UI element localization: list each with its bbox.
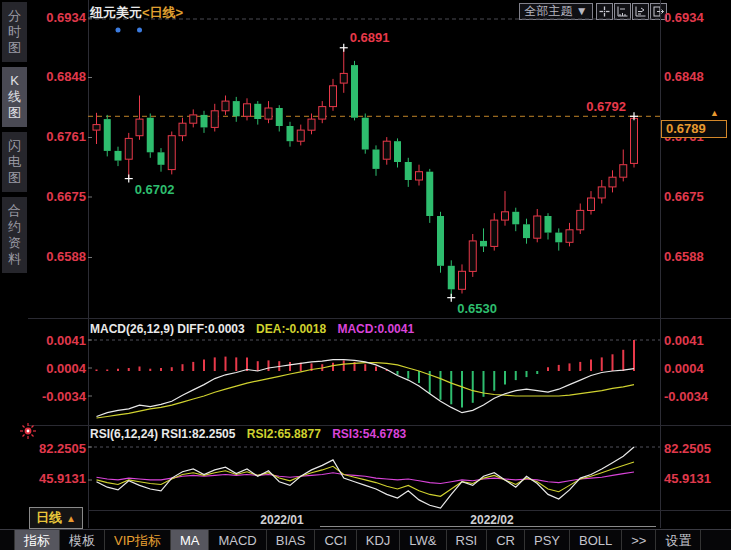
macd-axis-label-left: -0.0034 (28, 390, 86, 404)
panel-divider (28, 318, 731, 319)
sidebar-tab-合约资料[interactable]: 合约资料 (2, 197, 27, 273)
macd-axis-label-right: -0.0034 (664, 390, 726, 404)
date-label: 2022/02 (460, 513, 524, 527)
svg-text:0.6702: 0.6702 (135, 182, 175, 197)
price-axis-label-left: 0.6934 (28, 11, 86, 25)
toolbar-item-BOLL[interactable]: BOLL (570, 530, 622, 550)
svg-text:0.6792: 0.6792 (586, 99, 626, 114)
rsi-header: RSI(6,12,24) RSI1:82.2505 RSI2:65.8877 R… (90, 427, 406, 441)
rsi2-value: RSI2:65.8877 (247, 427, 321, 441)
toolbar-item-模板[interactable]: 模板 (60, 530, 105, 550)
price-axis-label-right: 0.6934 (664, 11, 726, 25)
macd-dea-value: DEA:-0.0018 (256, 322, 326, 336)
toolbar-item->>[interactable]: >> (622, 530, 656, 550)
price-axis-label-left: 0.6761 (28, 130, 86, 144)
macd-axis-label-right: 0.0004 (664, 362, 726, 376)
toolbar-item-PSY[interactable]: PSY (525, 530, 570, 550)
toolbar-item-VIP指标[interactable]: VIP指标 (105, 530, 171, 550)
rsi-axis-label-right: 82.2505 (664, 442, 726, 456)
toolbar-item-MA[interactable]: MA (171, 530, 210, 550)
toolbar-corner (0, 530, 15, 550)
rsi-chart[interactable] (88, 432, 660, 512)
toolbar-item-CCI[interactable]: CCI (315, 530, 356, 550)
sidebar-tab-K线图[interactable]: K线图 (2, 67, 27, 127)
price-axis-label-left: 0.6848 (28, 70, 86, 84)
period-dropdown-button[interactable]: 日线 ▲ (29, 507, 83, 529)
toolbar-item-RSI[interactable]: RSI (447, 530, 488, 550)
date-label: 2022/01 (250, 513, 314, 527)
macd-axis-label-left: 0.0041 (28, 334, 86, 348)
time-axis-line (320, 526, 656, 527)
rsi-axis-label-left: 45.9131 (28, 472, 86, 486)
sidebar-tab-闪电图[interactable]: 闪电图 (2, 132, 27, 192)
candlestick-chart[interactable]: 0.67020.68910.65300.6792 (88, 0, 660, 318)
right-axis-line (660, 0, 661, 528)
price-axis-label-right: 0.6848 (664, 70, 726, 84)
sidebar-tab-分时图[interactable]: 分时图 (2, 2, 27, 62)
svg-text:0.6530: 0.6530 (457, 301, 497, 316)
macd-axis-label-left: 0.0004 (28, 362, 86, 376)
triangle-up-icon: ▲ (66, 513, 76, 524)
rsi-axis-label-right: 45.9131 (664, 472, 726, 486)
rsi3-value: RSI3:54.6783 (332, 427, 406, 441)
price-marker-arrow: ▲ (710, 108, 719, 118)
price-axis-label-left: 0.6675 (28, 190, 86, 204)
toolbar-item-BIAS[interactable]: BIAS (267, 530, 316, 550)
macd-axis-label-right: 0.0041 (664, 334, 726, 348)
svg-text:0.6891: 0.6891 (350, 30, 390, 45)
price-axis-label-right: 0.6675 (664, 190, 726, 204)
toolbar-item-LW&[interactable]: LW& (400, 530, 446, 550)
toolbar-item-KDJ[interactable]: KDJ (357, 530, 401, 550)
toolbar-item-设置[interactable]: 设置 (656, 530, 701, 550)
current-price-box: 0.6789 (661, 120, 727, 138)
chart-type-sidebar: 分时图K线图闪电图合约资料 (2, 2, 27, 278)
rsi-axis-label-left: 82.2505 (28, 442, 86, 456)
macd-header: MACD(26,12,9) DIFF:0.0003 DEA:-0.0018 MA… (90, 322, 414, 336)
macd-macd-value: MACD:0.0041 (337, 322, 414, 336)
panel-divider (28, 425, 731, 426)
indicator-toolbar: 指标模板VIP指标MAMACDBIASCCIKDJLW&RSICRPSYBOLL… (0, 529, 731, 550)
price-axis-label-left: 0.6588 (28, 250, 86, 264)
period-label: 日线 (36, 509, 62, 527)
toolbar-item-指标[interactable]: 指标 (15, 530, 60, 550)
toolbar-item-MACD[interactable]: MACD (209, 530, 266, 550)
macd-chart[interactable] (88, 328, 660, 425)
macd-diff-value: MACD(26,12,9) DIFF:0.0003 (90, 322, 245, 336)
price-axis-label-right: 0.6588 (664, 250, 726, 264)
toolbar-item-CR[interactable]: CR (487, 530, 525, 550)
rsi1-value: RSI(6,12,24) RSI1:82.2505 (90, 427, 235, 441)
indicator-settings-icon[interactable] (20, 423, 36, 439)
